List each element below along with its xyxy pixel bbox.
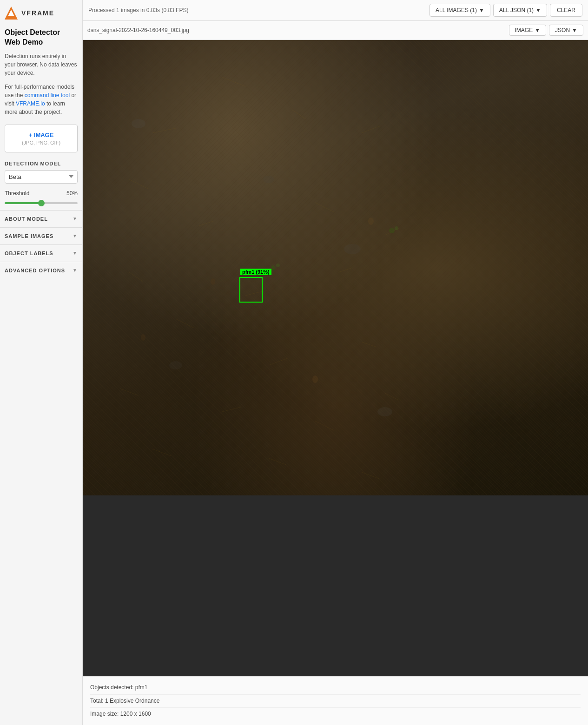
- detection-bounding-box: pfm1 (91%): [239, 277, 263, 303]
- object-labels-label: OBJECT LABELS: [5, 250, 53, 256]
- svg-point-27: [377, 407, 392, 416]
- image-header: dsns_signal-2022-10-26-160449_003.jpg IM…: [83, 21, 588, 40]
- about-model-section: ABOUT MODEL ▼: [0, 210, 82, 227]
- detection-image: pfm1 (91%): [83, 40, 588, 495]
- results-panel: Objects detected: pfm1 Total: 1 Explosiv…: [83, 676, 588, 725]
- svg-line-5: [362, 126, 380, 133]
- svg-line-8: [315, 203, 334, 212]
- svg-line-10: [129, 272, 143, 282]
- command-line-tool-link[interactable]: command line tool: [25, 92, 70, 99]
- svg-point-35: [395, 226, 398, 230]
- svg-line-21: [269, 458, 287, 465]
- top-bar-buttons: ALL IMAGES (1) ▼ ALL JSON (1) ▼ CLEAR: [429, 4, 582, 17]
- svg-line-18: [315, 421, 334, 430]
- all-json-button[interactable]: ALL JSON (1) ▼: [493, 4, 547, 17]
- add-image-button[interactable]: + IMAGE (JPG, PNG, GIF): [5, 125, 78, 152]
- all-images-button[interactable]: ALL IMAGES (1) ▼: [429, 4, 490, 17]
- threshold-row: Threshold 50%: [0, 188, 82, 198]
- svg-line-19: [385, 393, 399, 400]
- advanced-options-section: ADVANCED OPTIONS ▼: [0, 262, 82, 279]
- sample-images-chevron-icon: ▼: [73, 233, 78, 238]
- svg-point-31: [141, 334, 145, 341]
- svg-line-13: [176, 319, 194, 328]
- svg-line-17: [222, 407, 241, 412]
- svg-line-12: [338, 268, 352, 272]
- clear-button[interactable]: CLEAR: [550, 4, 582, 17]
- image-texture-svg: [83, 40, 588, 495]
- svg-line-16: [120, 389, 139, 395]
- svg-line-20: [152, 449, 171, 456]
- svg-point-24: [263, 176, 274, 183]
- svg-line-3: [222, 77, 245, 86]
- object-labels-chevron-icon: ▼: [73, 250, 78, 256]
- threshold-slider-container: [0, 198, 82, 210]
- sidebar-header: VFRAME: [0, 0, 82, 24]
- about-model-label: ABOUT MODEL: [5, 216, 48, 222]
- object-labels-section: OBJECT LABELS ▼: [0, 244, 82, 262]
- svg-point-33: [276, 264, 280, 267]
- svg-line-15: [362, 342, 376, 347]
- sample-images-header[interactable]: SAMPLE IMAGES ▼: [0, 228, 82, 244]
- app-title: Object Detector Web Demo: [0, 24, 82, 49]
- json-view-chevron-icon: ▼: [572, 27, 577, 33]
- logo-icon: [5, 7, 18, 20]
- advanced-options-label: ADVANCED OPTIONS: [5, 268, 65, 273]
- svg-point-26: [169, 361, 182, 369]
- result-line-3: Image size: 1200 x 1600: [90, 708, 581, 720]
- sample-images-label: SAMPLE IMAGES: [5, 233, 53, 239]
- advanced-options-chevron-icon: ▼: [73, 268, 78, 273]
- svg-line-4: [292, 110, 306, 119]
- app-description-2: For full-performance models use the comm…: [0, 80, 82, 119]
- svg-point-25: [344, 244, 361, 254]
- threshold-value: 50%: [66, 190, 78, 197]
- svg-point-23: [132, 119, 145, 128]
- sample-images-section: SAMPLE IMAGES ▼: [0, 227, 82, 244]
- svg-line-1: [106, 86, 125, 96]
- filename-text: dsns_signal-2022-10-26-160449_003.jpg: [87, 27, 189, 33]
- view-buttons: IMAGE ▼ JSON ▼: [509, 25, 583, 36]
- image-view-chevron-icon: ▼: [535, 27, 540, 33]
- svg-line-2: [152, 128, 176, 133]
- image-view-button[interactable]: IMAGE ▼: [509, 25, 547, 36]
- svg-point-34: [389, 228, 395, 233]
- svg-point-28: [312, 376, 318, 383]
- detection-label: pfm1 (91%): [240, 269, 271, 275]
- detection-model-label: DETECTION MODEL: [0, 157, 82, 168]
- json-view-button[interactable]: JSON ▼: [549, 25, 583, 36]
- all-images-chevron-icon: ▼: [479, 7, 484, 13]
- all-json-chevron-icon: ▼: [535, 7, 541, 13]
- model-select-container: Beta Alpha Stable: [0, 168, 82, 188]
- app-description-1: Detection runs entirely in your browser.…: [0, 49, 82, 80]
- vframe-link[interactable]: VFRAME.io: [16, 100, 45, 107]
- result-line-2: Total: 1 Explosive Ordnance: [90, 695, 581, 708]
- object-labels-header[interactable]: OBJECT LABELS ▼: [0, 245, 82, 262]
- about-model-header[interactable]: ABOUT MODEL ▼: [0, 211, 82, 227]
- svg-line-14: [269, 358, 287, 365]
- about-model-chevron-icon: ▼: [73, 216, 78, 221]
- top-bar: Processed 1 images in 0.83s (0.83 FPS) A…: [83, 0, 588, 21]
- add-image-label: + IMAGE: [29, 132, 54, 138]
- main-content: Processed 1 images in 0.83s (0.83 FPS) A…: [83, 0, 588, 725]
- threshold-slider[interactable]: [5, 202, 78, 204]
- svg-point-30: [368, 218, 374, 225]
- threshold-label: Threshold: [5, 190, 29, 197]
- logo-text: VFRAME: [21, 9, 54, 17]
- result-line-1: Objects detected: pfm1: [90, 681, 581, 694]
- image-container: pfm1 (91%): [83, 40, 588, 676]
- advanced-options-header[interactable]: ADVANCED OPTIONS ▼: [0, 262, 82, 279]
- svg-line-22: [362, 472, 380, 479]
- processed-text: Processed 1 images in 0.83s (0.83 FPS): [88, 7, 425, 13]
- sidebar: VFRAME Object Detector Web Demo Detectio…: [0, 0, 83, 725]
- svg-point-29: [211, 278, 215, 285]
- svg-point-32: [271, 265, 276, 270]
- svg-line-7: [199, 221, 213, 226]
- add-image-sublabel: (JPG, PNG, GIF): [22, 140, 60, 145]
- svg-marker-0: [8, 10, 14, 16]
- model-select[interactable]: Beta Alpha Stable: [5, 170, 78, 184]
- svg-line-6: [129, 179, 148, 189]
